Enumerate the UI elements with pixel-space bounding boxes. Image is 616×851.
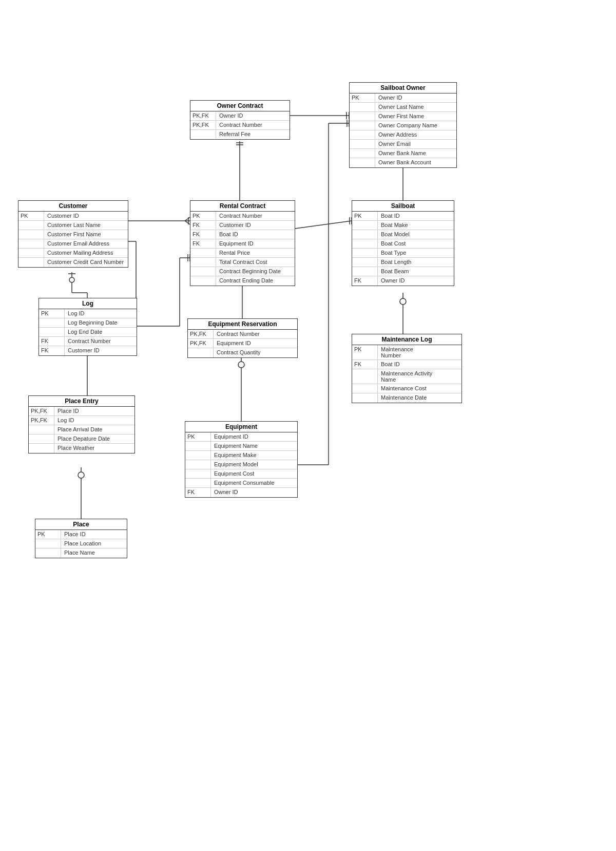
table-row: Owner Company Name — [350, 121, 456, 130]
sailboat-owner-table: Sailboat Owner PK Owner ID Owner Last Na… — [349, 82, 457, 168]
table-row: PK Equipment ID — [185, 432, 297, 442]
table-row: PK Place ID — [35, 530, 127, 539]
svg-line-25 — [295, 221, 352, 229]
table-row: FK Equipment ID — [190, 239, 295, 249]
svg-point-62 — [400, 298, 406, 305]
maintenance-log-table: Maintenance Log PK MaintenanceNumber FK … — [352, 334, 462, 403]
table-row: Log End Date — [39, 328, 137, 337]
table-row: Equipment Name — [185, 442, 297, 451]
table-row: Place Location — [35, 539, 127, 549]
place-title: Place — [35, 519, 127, 530]
customer-table: Customer PK Customer ID Customer Last Na… — [18, 200, 128, 268]
equipment-reservation-title: Equipment Reservation — [188, 319, 297, 330]
equipment-title: Equipment — [185, 422, 297, 432]
table-row: FK Customer ID — [190, 221, 295, 230]
table-row: Boat Beam — [352, 267, 454, 276]
table-row: Place Weather — [29, 444, 134, 453]
place-entry-table: Place Entry PK,FK Place ID PK,FK Log ID … — [28, 395, 135, 453]
erd-diagram: Sailboat Owner PK Owner ID Owner Last Na… — [0, 0, 616, 851]
table-row: Owner Address — [350, 130, 456, 140]
table-row: PK,FK Contract Number — [188, 330, 297, 339]
rental-contract-title: Rental Contract — [190, 201, 295, 212]
sailboat-title: Sailboat — [352, 201, 454, 212]
svg-point-49 — [238, 362, 244, 368]
table-row: Contract Quantity — [188, 348, 297, 357]
table-row: FK Boat ID — [190, 230, 295, 239]
table-row: PK Boat ID — [352, 212, 454, 221]
sailboat-owner-title: Sailboat Owner — [350, 83, 456, 93]
table-row: Place Depature Date — [29, 434, 134, 444]
table-row: Owner Email — [350, 140, 456, 149]
owner-contract-table: Owner Contract PK,FK Owner ID PK,FK Cont… — [190, 100, 290, 140]
log-table: Log PK Log ID Log Beginning Date Log End… — [38, 298, 137, 356]
table-row: FK Owner ID — [352, 276, 454, 286]
log-title: Log — [39, 298, 137, 309]
table-row: Equipment Consumable — [185, 479, 297, 488]
table-row: Rental Price — [190, 249, 295, 258]
table-row: PK,FK Log ID — [29, 416, 134, 425]
table-row: Maintenance Date — [352, 393, 461, 403]
table-row: Owner Last Name — [350, 103, 456, 112]
table-row: Referral Fee — [190, 130, 290, 139]
table-row: FK Contract Number — [39, 337, 137, 346]
table-row: PK,FK Owner ID — [190, 111, 290, 121]
table-row: PK Owner ID — [350, 93, 456, 103]
svg-line-22 — [185, 217, 190, 221]
table-row: Customer First Name — [18, 230, 128, 239]
table-row: PK,FK Contract Number — [190, 121, 290, 130]
table-row: Owner Bank Name — [350, 149, 456, 158]
table-row: Place Arrival Date — [29, 425, 134, 434]
table-row: FK Customer ID — [39, 346, 137, 355]
table-row: Maintenance ActivityName — [352, 369, 461, 384]
table-row: Customer Credit Card Number — [18, 258, 128, 267]
svg-point-73 — [78, 472, 84, 478]
table-row: Owner Bank Account — [350, 158, 456, 167]
customer-title: Customer — [18, 201, 128, 212]
table-row: Boat Make — [352, 221, 454, 230]
rental-contract-table: Rental Contract PK Contract Number FK Cu… — [190, 200, 295, 286]
table-row: Owner First Name — [350, 112, 456, 121]
equipment-table: Equipment PK Equipment ID Equipment Name… — [185, 421, 298, 498]
table-row: PK,FK Place ID — [29, 407, 134, 416]
table-row: Customer Last Name — [18, 221, 128, 230]
table-row: Boat Model — [352, 230, 454, 239]
table-row: Customer Email Address — [18, 239, 128, 249]
sailboat-table: Sailboat PK Boat ID Boat Make Boat Model… — [352, 200, 454, 286]
table-row: Customer Mailing Address — [18, 249, 128, 258]
maintenance-log-title: Maintenance Log — [352, 334, 461, 345]
table-row: Boat Cost — [352, 239, 454, 249]
table-row: Place Name — [35, 549, 127, 558]
table-row: Maintenance Cost — [352, 384, 461, 393]
table-row: Equipment Cost — [185, 469, 297, 479]
table-row: PK,FK Equipment ID — [188, 339, 297, 348]
table-row: PK Log ID — [39, 309, 137, 318]
table-row: Total Contract Cost — [190, 258, 295, 267]
table-row: Equipment Make — [185, 451, 297, 460]
svg-point-34 — [69, 277, 74, 282]
table-row: Equipment Model — [185, 460, 297, 469]
table-row: PK MaintenanceNumber — [352, 345, 461, 360]
table-row: Boat Length — [352, 258, 454, 267]
table-row: Log Beginning Date — [39, 318, 137, 328]
table-row: Contract Ending Date — [190, 276, 295, 286]
table-row: PK Customer ID — [18, 212, 128, 221]
table-row: PK Contract Number — [190, 212, 295, 221]
owner-contract-title: Owner Contract — [190, 101, 290, 111]
table-row: FK Owner ID — [185, 488, 297, 497]
equipment-reservation-table: Equipment Reservation PK,FK Contract Num… — [187, 318, 298, 358]
table-row: Contract Beginning Date — [190, 267, 295, 276]
table-row: FK Boat ID — [352, 360, 461, 369]
svg-line-23 — [185, 221, 190, 224]
place-table: Place PK Place ID Place Location Place N… — [35, 519, 127, 558]
place-entry-title: Place Entry — [29, 396, 134, 407]
table-row: Boat Type — [352, 249, 454, 258]
